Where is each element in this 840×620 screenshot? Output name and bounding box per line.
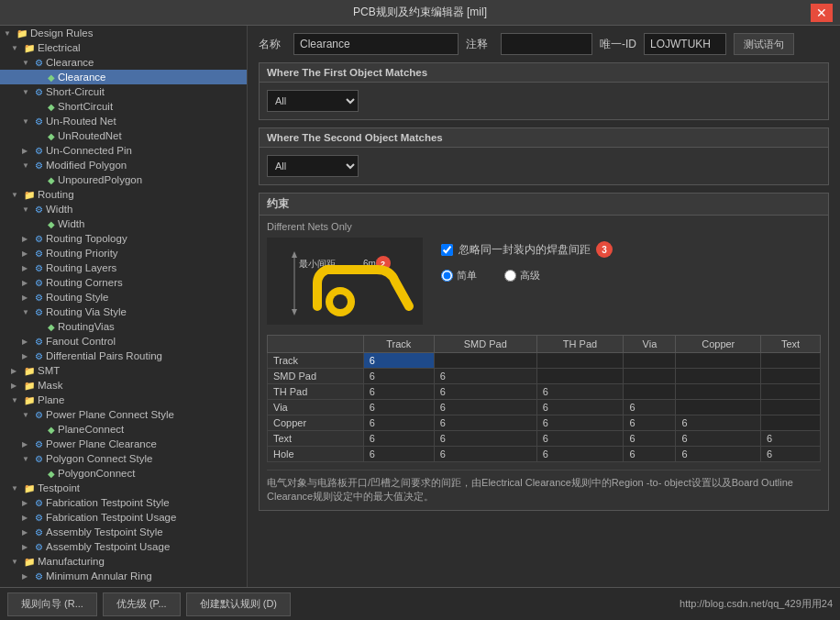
cell-4-4[interactable]: 6 (676, 415, 761, 431)
cell-6-0[interactable]: 6 (363, 447, 434, 462)
tree-item-polygonconnect[interactable]: ◆ PolygonConnect (0, 466, 247, 481)
radio-row: 简单 高级 (441, 269, 613, 282)
cell-6-2[interactable]: 6 (536, 447, 624, 462)
tree-item-routing-via-style[interactable]: ▼ ⚙ Routing Via Style (0, 304, 247, 319)
cell-6-4[interactable]: 6 (676, 447, 761, 462)
tree-item-short-circuit-item[interactable]: ◆ ShortCircuit (0, 99, 247, 114)
tree-item-min-annular[interactable]: ▶ ⚙ Minimum Annular Ring (0, 569, 247, 583)
tree-item-power-plane-conn[interactable]: ▼ ⚙ Power Plane Connect Style (0, 407, 247, 422)
where-second-dropdown[interactable]: All (267, 155, 359, 177)
cell-6-5[interactable]: 6 (761, 447, 821, 462)
tree-item-routing-priority[interactable]: ▶ ⚙ Routing Priority (0, 246, 247, 260)
tree-item-planeconnect[interactable]: ◆ PlaneConnect (0, 422, 247, 437)
ignore-checkbox[interactable] (441, 244, 453, 256)
tree-item-fab-testpoint-style[interactable]: ▶ ⚙ Fabrication Testpoint Style (0, 495, 247, 510)
tree-item-plane[interactable]: ▼ 📁 Plane (0, 393, 247, 407)
tree-label: Power Plane Clearance (46, 438, 157, 449)
cell-3-5 (761, 400, 821, 415)
cell-4-3[interactable]: 6 (624, 415, 676, 431)
create-default-btn[interactable]: 创建默认规则 (D) (186, 592, 291, 616)
tree-item-asm-testpoint-usage[interactable]: ▶ ⚙ Assembly Testpoint Usage (0, 539, 247, 554)
cell-4-2[interactable]: 6 (536, 415, 624, 431)
comment-input[interactable] (501, 33, 592, 55)
id-input[interactable] (644, 33, 726, 55)
cell-5-0[interactable]: 6 (363, 431, 434, 447)
tree-item-fab-testpoint-usage[interactable]: ▶ ⚙ Fabrication Testpoint Usage (0, 510, 247, 525)
cell-2-0[interactable]: 6 (363, 384, 434, 400)
row-label-text: Text (268, 431, 364, 447)
tree-item-fanout-control[interactable]: ▶ ⚙ Fanout Control (0, 334, 247, 349)
cell-3-2[interactable]: 6 (536, 400, 624, 415)
tree-item-routing-style[interactable]: ▶ ⚙ Routing Style (0, 290, 247, 304)
priority-btn[interactable]: 优先级 (P... (103, 592, 181, 616)
cell-0-0[interactable]: 6 (363, 353, 434, 369)
where-first-dropdown[interactable]: All (267, 90, 359, 112)
tree-item-unpouredpolygon[interactable]: ◆ UnpouredPolygon (0, 172, 247, 187)
cell-3-1[interactable]: 6 (434, 400, 536, 415)
tree-label: Routing Priority (46, 248, 118, 259)
cell-3-0[interactable]: 6 (363, 400, 434, 415)
cell-6-1[interactable]: 6 (434, 447, 536, 462)
cell-3-3[interactable]: 6 (624, 400, 676, 415)
cell-1-1[interactable]: 6 (434, 369, 536, 384)
cell-2-4 (676, 384, 761, 400)
tree-label: Un-Connected Pin (46, 145, 132, 156)
row-label-smd-pad: SMD Pad (268, 369, 364, 384)
cell-2-1[interactable]: 6 (434, 384, 536, 400)
tree-item-smt[interactable]: ▶ 📁 SMT (0, 363, 247, 378)
cell-5-1[interactable]: 6 (434, 431, 536, 447)
cell-4-0[interactable]: 6 (363, 415, 434, 431)
tree-item-clearance-item[interactable]: ◆ Clearance (0, 70, 247, 84)
close-button[interactable]: ✕ (811, 4, 833, 22)
rules-wizard-btn[interactable]: 规则向导 (R... (7, 592, 97, 616)
tree-label: Assembly Testpoint Usage (46, 541, 170, 552)
tree-item-testpoint[interactable]: ▼ 📁 Testpoint (0, 481, 247, 495)
tree-item-design-rules[interactable]: ▼ 📁 Design Rules (0, 26, 247, 40)
constraint-section: 约束 Different Nets Only (259, 193, 829, 511)
tree-item-asm-testpoint-style[interactable]: ▶ ⚙ Assembly Testpoint Style (0, 525, 247, 539)
window-title: PCB规则及约束编辑器 [mil] (29, 5, 811, 20)
tree-item-clearance-group[interactable]: ▼ ⚙ Clearance (0, 55, 247, 70)
tree-item-manufacturing[interactable]: ▼ 📁 Manufacturing (0, 554, 247, 569)
cell-1-0[interactable]: 6 (363, 369, 434, 384)
tree-item-routing-topology[interactable]: ▶ ⚙ Routing Topology (0, 231, 247, 246)
tree-item-routing-layers[interactable]: ▶ ⚙ Routing Layers (0, 260, 247, 275)
tree-label: Modified Polygon (46, 160, 127, 171)
table-row: TH Pad666 (268, 384, 821, 400)
cell-2-2[interactable]: 6 (536, 384, 624, 400)
radio-advanced[interactable]: 高级 (504, 269, 540, 282)
tree-item-routing-corners[interactable]: ▶ ⚙ Routing Corners (0, 275, 247, 290)
radio-simple[interactable]: 简单 (441, 269, 477, 282)
cell-5-2[interactable]: 6 (536, 431, 624, 447)
cell-5-5[interactable]: 6 (761, 431, 821, 447)
tree-item-diff-pairs[interactable]: ▶ ⚙ Differential Pairs Routing (0, 349, 247, 363)
tree-item-width[interactable]: ▼ ⚙ Width (0, 202, 247, 216)
name-input[interactable] (293, 33, 459, 55)
tree-label: Width (58, 218, 84, 229)
tree-item-polygon-conn[interactable]: ▼ ⚙ Polygon Connect Style (0, 451, 247, 466)
tree-label: Differential Pairs Routing (46, 350, 162, 361)
bottom-bar: 规则向导 (R... 优先级 (P... 创建默认规则 (D) http://b… (0, 587, 840, 620)
tree-label: Width (46, 204, 72, 215)
cell-5-3[interactable]: 6 (624, 431, 676, 447)
tree-item-electrical[interactable]: ▼ 📁 Electrical (0, 40, 247, 55)
cell-5-4[interactable]: 6 (676, 431, 761, 447)
tree-item-routing-vias[interactable]: ◆ RoutingVias (0, 319, 247, 334)
tree-item-mask[interactable]: ▶ 📁 Mask (0, 378, 247, 393)
tree-label: UnpouredPolygon (58, 174, 142, 185)
tree-item-un-connected-pin[interactable]: ▶ ⚙ Un-Connected Pin (0, 143, 247, 158)
cell-6-3[interactable]: 6 (624, 447, 676, 462)
tree-label: Routing Corners (46, 277, 123, 288)
tree-item-un-routed-net[interactable]: ▼ ⚙ Un-Routed Net (0, 114, 247, 128)
tree-item-modified-polygon[interactable]: ▼ ⚙ Modified Polygon (0, 158, 247, 172)
tree-item-power-plane-clear[interactable]: ▶ ⚙ Power Plane Clearance (0, 437, 247, 451)
col-text: Text (761, 336, 821, 353)
where-second-title: Where The Second Object Matches (260, 128, 828, 148)
tree-item-routing[interactable]: ▼ 📁 Routing (0, 187, 247, 202)
tree-item-un-routed-item[interactable]: ◆ UnRoutedNet (0, 128, 247, 143)
tree-item-short-circuit[interactable]: ▼ ⚙ Short-Circuit (0, 84, 247, 99)
diff-nets-label: Different Nets Only (267, 221, 821, 232)
cell-4-1[interactable]: 6 (434, 415, 536, 431)
tree-item-width-item[interactable]: ◆ Width (0, 216, 247, 231)
test-btn[interactable]: 测试语句 (734, 33, 794, 55)
